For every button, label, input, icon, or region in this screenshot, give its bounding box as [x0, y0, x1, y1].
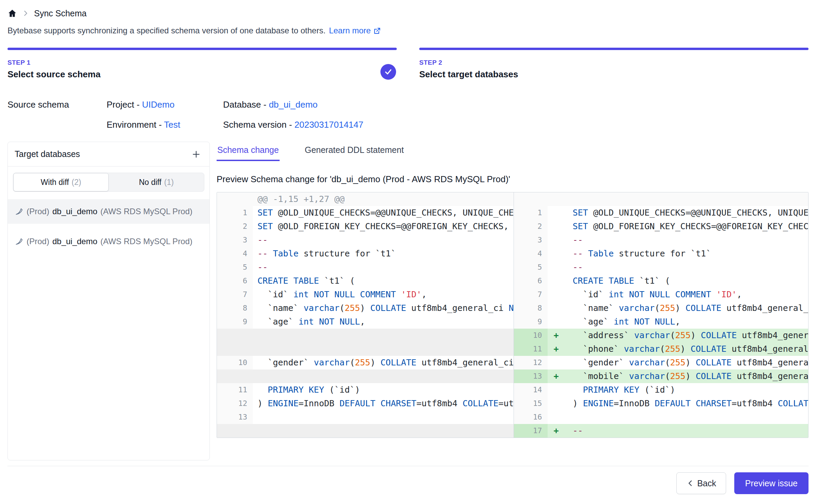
diff-code-line-left	[253, 342, 514, 356]
diff-line-number-left: 13	[217, 410, 253, 424]
diff-code-line-right: `name` varchar(255) COLLATE utf8mb4_gene…	[548, 301, 809, 315]
diff-code-line-right: --	[548, 261, 809, 274]
diff-add-marker: +	[554, 369, 573, 383]
diff-line-number-right: 14	[514, 383, 548, 397]
diff-hunk-header: @@ -1,15 +1,27 @@	[253, 192, 514, 206]
diff-add-marker: +	[554, 342, 573, 356]
schema-preview-section: Schema change Generated DDL statement Pr…	[217, 142, 809, 460]
tab-generated-ddl[interactable]: Generated DDL statement	[304, 145, 405, 161]
diff-code-line-right: + `phone` varchar(255) COLLATE utf8mb4_g…	[548, 342, 809, 356]
source-schema-summary: Source schema Project - UIDemo Database …	[7, 99, 809, 130]
target-panel-header: Target databases	[8, 142, 209, 167]
step-2-progress-bar	[419, 48, 809, 50]
diff-line-number-right: 13	[514, 369, 548, 383]
environment-link[interactable]: Test	[164, 120, 181, 130]
diff-line-number-right: 2	[514, 220, 548, 233]
diff-line-number-right: 16	[514, 410, 548, 424]
source-schema-label: Source schema	[7, 99, 107, 110]
target-database-item[interactable]: (Prod)db_ui_demo(AWS RDS MySQL Prod)	[8, 229, 209, 254]
step-2: STEP 2 Select target databases	[419, 48, 809, 80]
learn-more-link[interactable]: Learn more	[329, 26, 381, 35]
diff-line-number-right: 8	[514, 301, 548, 315]
target-item-environment: (Prod)	[27, 237, 49, 246]
diff-line-number-left	[217, 424, 253, 438]
diff-line-number-left: 4	[217, 247, 253, 261]
diff-line-number-right: 9	[514, 315, 548, 329]
step-completed-badge	[380, 64, 396, 80]
database-link[interactable]: db_ui_demo	[269, 99, 317, 110]
diff-code-line-right: +--	[548, 424, 809, 438]
diff-code-line-right: + `mobile` varchar(255) COLLATE utf8mb4_…	[548, 369, 809, 383]
tab-with-diff-count: (2)	[72, 178, 81, 187]
diff-code-line-left	[253, 369, 514, 383]
page-description: Bytebase supports synchronizing a specif…	[7, 26, 809, 35]
diff-line-number-left: 11	[217, 383, 253, 397]
back-button-label: Back	[697, 478, 716, 488]
diff-line-number-left: 7	[217, 288, 253, 301]
schema-version-link[interactable]: 20230317014147	[295, 120, 363, 130]
preview-tabs: Schema change Generated DDL statement	[217, 145, 809, 161]
diff-line-number-right: 11	[514, 342, 548, 356]
back-button[interactable]: Back	[676, 472, 726, 494]
diff-line-number-right: 4	[514, 247, 548, 261]
step-2-title: Select target databases	[419, 69, 809, 80]
diff-gutter	[514, 192, 548, 206]
diff-code-line-left: PRIMARY KEY (`id`)	[253, 383, 514, 397]
diff-table: @@ -1,15 +1,27 @@1SET @OLD_UNIQUE_CHECKS…	[217, 192, 809, 438]
diff-add-marker: +	[554, 424, 573, 438]
target-database-list: (Prod)db_ui_demo(AWS RDS MySQL Prod)(Pro…	[8, 199, 209, 254]
diff-code-line-left: SET @OLD_FOREIGN_KEY_CHECKS=@@FOREIGN_KE…	[253, 220, 514, 233]
diff-line-number-right: 1	[514, 206, 548, 220]
diff-line-number-left: 2	[217, 220, 253, 233]
diff-code-line-left	[253, 424, 514, 438]
source-version: Schema version - 20230317014147	[223, 120, 809, 130]
project-link[interactable]: UIDemo	[142, 99, 174, 110]
source-database: Database - db_ui_demo	[223, 99, 809, 110]
diff-code-line-right: `gender` varchar(255) COLLATE utf8mb4_ge…	[548, 356, 809, 369]
diff-code-line-left	[253, 410, 514, 424]
target-panel-title: Target databases	[15, 149, 80, 159]
step-1-title: Select source schema	[7, 69, 397, 80]
diff-gutter	[217, 192, 253, 206]
learn-more-label: Learn more	[329, 26, 371, 35]
home-icon[interactable]	[7, 9, 17, 18]
chevron-left-icon	[686, 479, 694, 487]
diff-line-number-right: 17	[514, 424, 548, 438]
database-prefix: Database -	[223, 99, 269, 110]
diff-line-number-left: 8	[217, 301, 253, 315]
target-item-name: db_ui_demo	[52, 237, 97, 246]
step-1-label: STEP 1	[7, 59, 397, 66]
diff-line-number-left: 3	[217, 233, 253, 247]
diff-code-line-right: CREATE TABLE `t1` (	[548, 274, 809, 288]
diff-code-line-left	[253, 329, 514, 342]
tab-with-diff[interactable]: With diff (2)	[13, 173, 109, 191]
diff-line-number-left: 1	[217, 206, 253, 220]
add-target-database-button[interactable]	[190, 148, 203, 161]
tab-no-diff[interactable]: No diff (1)	[109, 173, 204, 191]
project-prefix: Project -	[107, 99, 142, 110]
diff-code-line-right: `id` int NOT NULL COMMENT 'ID',	[548, 288, 809, 301]
diff-line-number-right: 7	[514, 288, 548, 301]
diff-line-number-left: 5	[217, 261, 253, 274]
diff-code-line-right: -- Table structure for `t1`	[548, 247, 809, 261]
target-database-item[interactable]: (Prod)db_ui_demo(AWS RDS MySQL Prod)	[8, 199, 209, 224]
diff-line-number-left: 6	[217, 274, 253, 288]
diff-line-number-right: 10	[514, 329, 548, 342]
environment-prefix: Environment -	[107, 120, 164, 130]
diff-code-line-right: ) ENGINE=InnoDB DEFAULT CHARSET=utf8mb4 …	[548, 397, 809, 410]
diff-code-line-left: ) ENGINE=InnoDB DEFAULT CHARSET=utf8mb4 …	[253, 397, 514, 410]
diff-line-number-right: 12	[514, 356, 548, 369]
diff-code-line-left: `id` int NOT NULL COMMENT 'ID',	[253, 288, 514, 301]
diff-add-marker: +	[554, 329, 573, 342]
sync-schema-page: Sync Schema Bytebase supports synchroniz…	[0, 0, 816, 504]
main-content: Target databases With diff (2) No diff (…	[7, 142, 809, 460]
diff-line-number-right: 15	[514, 397, 548, 410]
tab-with-diff-label: With diff	[41, 178, 69, 187]
diff-line-number-left: 12	[217, 397, 253, 410]
preview-issue-button[interactable]: Preview issue	[734, 472, 809, 494]
tab-schema-change[interactable]: Schema change	[217, 145, 280, 161]
diff-code-line-left: `name` varchar(255) COLLATE utf8mb4_gene…	[253, 301, 514, 315]
description-text: Bytebase supports synchronizing a specif…	[7, 26, 326, 35]
diff-code-line-left: `gender` varchar(255) COLLATE utf8mb4_ge…	[253, 356, 514, 369]
diff-code-line-right: SET @OLD_UNIQUE_CHECKS=@@UNIQUE_CHECKS, …	[548, 206, 809, 220]
